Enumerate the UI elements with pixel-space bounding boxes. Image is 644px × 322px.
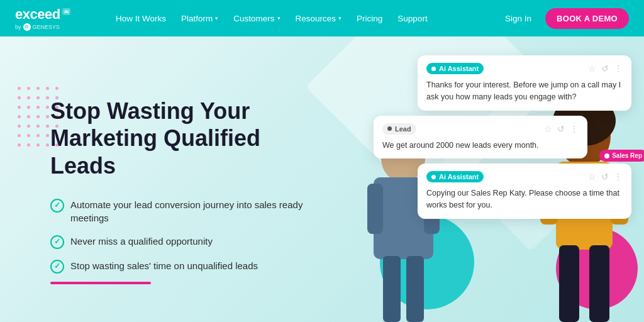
feature-item-1: Automate your lead conversion journey in… [50,198,311,225]
star-icon-2[interactable]: ☆ [544,124,552,134]
feature-list: Automate your lead conversion journey in… [50,198,311,274]
book-demo-button[interactable]: BOOK A DEMO [545,8,629,29]
chat-card-3-header: Ai Assistant ☆ ↺ ⋮ [426,171,623,182]
chat-card-3: Ai Assistant ☆ ↺ ⋮ Copying our Sales Rep… [418,164,631,219]
lead-badge: Lead [382,123,416,135]
chat-card-2-header: Lead ☆ ↺ ⋮ [382,123,579,135]
chat-actions-3: ☆ ↺ ⋮ [588,172,623,182]
chat-card-2: Lead ☆ ↺ ⋮ We get around 2000 new leads … [374,116,587,159]
more-icon-3[interactable]: ⋮ [614,172,623,182]
chat-container: Ai Assistant ☆ ↺ ⋮ Thanks for your inter… [355,55,638,219]
navbar: exceed AI by G GENESYS How It Works Plat… [0,0,644,36]
lead-dot [387,126,392,131]
chat-message-2: We get around 2000 new leads every month… [382,140,579,152]
chat-card-1-header: Ai Assistant ☆ ↺ ⋮ [426,63,623,74]
more-icon-2[interactable]: ⋮ [570,124,579,134]
feature-text-1: Automate your lead conversion journey in… [70,198,311,225]
logo-area: exceed AI by G GENESYS [15,6,84,31]
chat-card-1: Ai Assistant ☆ ↺ ⋮ Thanks for your inter… [418,55,631,111]
nav-pricing[interactable]: Pricing [350,10,389,27]
resources-chevron-icon: ▾ [338,15,341,21]
nav-links: How It Works Platform ▾ Customers ▾ Reso… [109,10,499,27]
check-icon-2 [50,235,64,249]
check-icon-1 [50,199,64,213]
hero-right: Sales Rep Ai Assistant ☆ ↺ ⋮ Thanks fo [342,36,644,322]
ai-label-1: Ai Assistant [439,65,479,72]
chat-message-1: Thanks for your interest. Before we jump… [426,79,623,103]
chat-actions-1: ☆ ↺ ⋮ [588,64,623,74]
feature-item-2: Never miss a qualified opportunity [50,235,311,249]
svg-rect-4 [383,256,401,322]
feature-text-2: Never miss a qualified opportunity [70,235,213,248]
logo-by-text: by [15,24,21,30]
sales-rep-badge: Sales Rep [599,150,644,162]
nav-support[interactable]: Support [391,10,433,27]
nav-how-it-works[interactable]: How It Works [109,10,172,27]
customers-chevron-icon: ▾ [277,15,280,21]
logo-text: exceed [15,6,60,23]
nav-platform[interactable]: Platform ▾ [175,10,225,27]
svg-rect-12 [589,245,609,322]
ai-label-3: Ai Assistant [439,173,479,180]
reply-icon-3[interactable]: ↺ [601,172,609,182]
reply-icon-2[interactable]: ↺ [557,124,565,134]
hero-section: Stop Wasting Your Marketing Qualified Le… [0,36,644,322]
nav-customers[interactable]: Customers ▾ [227,10,286,27]
star-icon[interactable]: ☆ [588,64,596,74]
chat-actions-2: ☆ ↺ ⋮ [544,124,579,134]
logo-exceed: exceed AI [15,6,84,23]
hero-left: Stop Wasting Your Marketing Qualified Le… [0,36,342,322]
reply-icon[interactable]: ↺ [601,64,609,74]
chat-message-3: Copying our Sales Rep Katy. Please choos… [426,187,623,211]
genesys-icon: G [23,23,31,31]
lead-label: Lead [395,125,411,133]
sign-in-button[interactable]: Sign In [499,10,538,27]
ai-assistant-badge-3: Ai Assistant [426,171,484,182]
sales-rep-label: Sales Rep [612,152,642,159]
hero-headline: Stop Wasting Your Marketing Qualified Le… [50,97,311,179]
feature-item-3: Stop wasting sales' time on unqualified … [50,259,311,274]
logo-genesys: by G GENESYS [15,23,84,31]
ai-dot-1 [431,67,436,71]
logo-ai-badge: AI [62,8,70,15]
platform-chevron-icon: ▾ [215,15,218,21]
underline-decoration [50,282,151,284]
nav-right: Sign In BOOK A DEMO [499,8,629,29]
ai-dot-3 [431,175,436,179]
genesys-text: GENESYS [33,24,60,30]
svg-rect-5 [406,256,424,322]
svg-rect-11 [559,245,579,322]
sales-rep-dot [604,153,609,158]
check-icon-3 [50,260,64,274]
ai-assistant-badge-1: Ai Assistant [426,63,484,74]
nav-resources[interactable]: Resources ▾ [289,10,348,27]
star-icon-3[interactable]: ☆ [588,172,596,182]
more-icon[interactable]: ⋮ [614,64,623,74]
feature-text-3: Stop wasting sales' time on unqualified … [70,259,258,272]
